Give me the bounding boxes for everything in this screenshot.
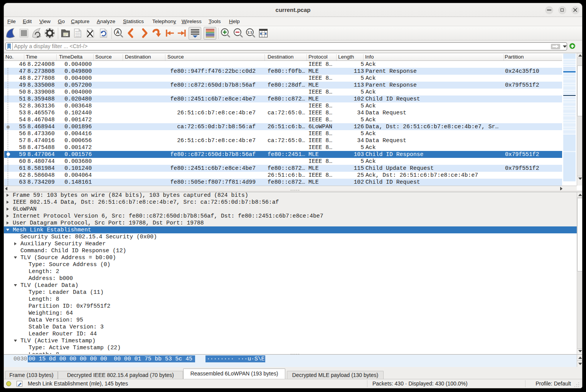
- svg-text:1:1: 1:1: [248, 30, 253, 34]
- svg-text:A: A: [116, 30, 120, 35]
- svg-text:0101: 0101: [76, 35, 81, 38]
